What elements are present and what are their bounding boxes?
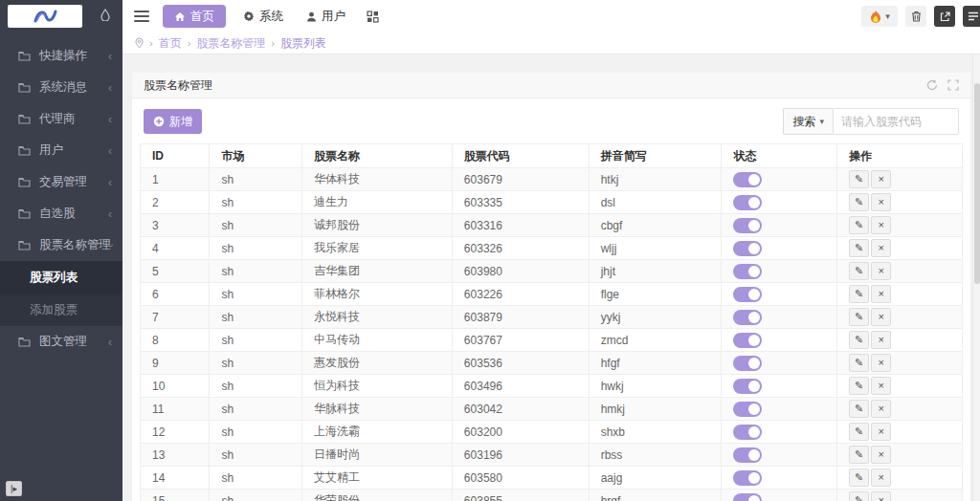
- cell-market: sh: [210, 306, 302, 329]
- clear-cache-button[interactable]: [905, 6, 926, 27]
- sidebar-item[interactable]: 用户 ‹: [0, 135, 122, 166]
- status-toggle[interactable]: [733, 447, 762, 463]
- scrollbar-thumb[interactable]: [974, 83, 980, 284]
- refresh-icon[interactable]: [926, 79, 938, 91]
- status-toggle[interactable]: [733, 310, 762, 325]
- fullscreen-icon[interactable]: [947, 79, 959, 91]
- breadcrumb-link[interactable]: 股票列表: [280, 35, 326, 52]
- cell-pinyin: yykj: [589, 306, 722, 329]
- edit-pencil-icon[interactable]: ✎: [849, 446, 869, 464]
- sidebar-item[interactable]: 代理商 ‹: [0, 103, 122, 135]
- edit-pencil-icon[interactable]: ✎: [849, 491, 869, 501]
- cell-stock-code: 603226: [452, 283, 589, 306]
- cell-operations: ✎ ×: [837, 490, 963, 501]
- open-external-button[interactable]: [934, 6, 955, 27]
- sidebar-item-label: 用户: [39, 142, 63, 159]
- sidebar-subitem[interactable]: 添加股票: [0, 294, 122, 326]
- delete-x-icon[interactable]: ×: [871, 400, 891, 418]
- cell-status: [722, 306, 837, 329]
- table-row: 11 sh 华脉科技 603042 hmkj ✎ ×: [141, 398, 963, 421]
- more-menu-button[interactable]: [963, 6, 980, 27]
- delete-x-icon[interactable]: ×: [871, 377, 891, 395]
- status-toggle[interactable]: [733, 470, 762, 486]
- delete-x-icon[interactable]: ×: [871, 239, 891, 257]
- theme-flame-dropdown-button[interactable]: ▾: [861, 6, 898, 27]
- delete-x-icon[interactable]: ×: [871, 331, 891, 349]
- caret-down-icon: ▾: [885, 11, 890, 21]
- delete-x-icon[interactable]: ×: [871, 285, 891, 303]
- sidebar-item[interactable]: 股票名称管理 ‹: [0, 229, 122, 261]
- status-toggle[interactable]: [733, 493, 762, 501]
- chevron-icon: ‹: [108, 176, 112, 189]
- status-toggle[interactable]: [733, 333, 762, 348]
- edit-pencil-icon[interactable]: ✎: [849, 193, 869, 211]
- sidebar-item[interactable]: 交易管理 ‹: [0, 166, 122, 198]
- status-toggle[interactable]: [733, 195, 762, 210]
- sidebar-item[interactable]: 自选股 ‹: [0, 198, 122, 229]
- apps-grid-icon[interactable]: [367, 11, 379, 23]
- sidebar-item-label: 股票名称管理: [39, 237, 111, 253]
- search-dropdown-button[interactable]: 搜索▾: [783, 108, 833, 135]
- nav-tab-user[interactable]: 用户: [295, 5, 357, 28]
- edit-pencil-icon[interactable]: ✎: [849, 331, 869, 349]
- status-toggle[interactable]: [733, 241, 762, 256]
- cell-stock-name: 惠发股份: [301, 352, 452, 375]
- collapse-sidebar-button[interactable]: |▸: [6, 481, 22, 496]
- edit-pencil-icon[interactable]: ✎: [849, 423, 869, 441]
- external-link-icon: [940, 11, 950, 22]
- delete-x-icon[interactable]: ×: [871, 262, 891, 280]
- stock-code-search-input[interactable]: [833, 108, 959, 135]
- table-row: 5 sh 吉华集团 603980 jhjt ✎ ×: [141, 260, 963, 283]
- stock-panel: 股票名称管理 新增: [132, 73, 970, 501]
- status-toggle[interactable]: [733, 425, 762, 440]
- nav-tab-system[interactable]: 系统: [232, 5, 295, 28]
- edit-pencil-icon[interactable]: ✎: [849, 308, 869, 326]
- edit-pencil-icon[interactable]: ✎: [849, 400, 869, 418]
- sidebar-item[interactable]: 图文管理 ‹: [0, 326, 122, 358]
- edit-pencil-icon[interactable]: ✎: [849, 170, 869, 188]
- status-toggle[interactable]: [733, 264, 762, 279]
- panel-header: 股票名称管理: [132, 73, 970, 98]
- delete-x-icon[interactable]: ×: [871, 170, 891, 188]
- edit-pencil-icon[interactable]: ✎: [849, 468, 869, 487]
- status-toggle[interactable]: [733, 356, 762, 371]
- status-toggle[interactable]: [733, 402, 762, 417]
- delete-x-icon[interactable]: ×: [871, 468, 891, 487]
- edit-pencil-icon[interactable]: ✎: [849, 285, 869, 303]
- brand-logo[interactable]: [8, 5, 82, 28]
- delete-x-icon[interactable]: ×: [871, 491, 891, 501]
- add-stock-button[interactable]: 新增: [144, 109, 202, 134]
- edit-pencil-icon[interactable]: ✎: [849, 262, 869, 280]
- water-drop-icon[interactable]: [100, 9, 110, 21]
- breadcrumb-link[interactable]: 股票名称管理: [196, 35, 265, 52]
- sidebar-item[interactable]: 系统消息 ‹: [0, 72, 122, 103]
- vertical-scrollbar[interactable]: [972, 54, 980, 501]
- chevron-icon: ‹: [108, 207, 112, 221]
- sidebar-item[interactable]: 快捷操作 ‹: [0, 40, 122, 72]
- delete-x-icon[interactable]: ×: [871, 193, 891, 211]
- status-toggle[interactable]: [733, 172, 762, 187]
- cell-market: sh: [210, 168, 302, 191]
- cell-stock-name: 中马传动: [301, 329, 452, 352]
- status-toggle[interactable]: [733, 218, 762, 233]
- status-toggle[interactable]: [733, 287, 762, 302]
- delete-x-icon[interactable]: ×: [871, 354, 891, 372]
- delete-x-icon[interactable]: ×: [871, 308, 891, 326]
- edit-pencil-icon[interactable]: ✎: [849, 354, 869, 372]
- nav-tab-home[interactable]: 首页: [163, 5, 226, 28]
- sidebar-subitem[interactable]: 股票列表: [0, 261, 122, 294]
- delete-x-icon[interactable]: ×: [871, 423, 891, 441]
- cell-operations: ✎ ×: [837, 398, 963, 421]
- status-toggle[interactable]: [733, 379, 762, 394]
- edit-pencil-icon[interactable]: ✎: [849, 239, 869, 257]
- delete-x-icon[interactable]: ×: [871, 446, 891, 464]
- gear-icon: [243, 11, 255, 22]
- cell-pinyin: hrgf: [589, 490, 722, 501]
- cell-pinyin: wljj: [589, 237, 722, 260]
- chevron-icon: ‹: [108, 113, 112, 126]
- hamburger-icon[interactable]: [134, 11, 149, 22]
- delete-x-icon[interactable]: ×: [871, 216, 891, 234]
- breadcrumb-link[interactable]: 首页: [159, 35, 182, 52]
- edit-pencil-icon[interactable]: ✎: [849, 216, 869, 234]
- edit-pencil-icon[interactable]: ✎: [849, 377, 869, 395]
